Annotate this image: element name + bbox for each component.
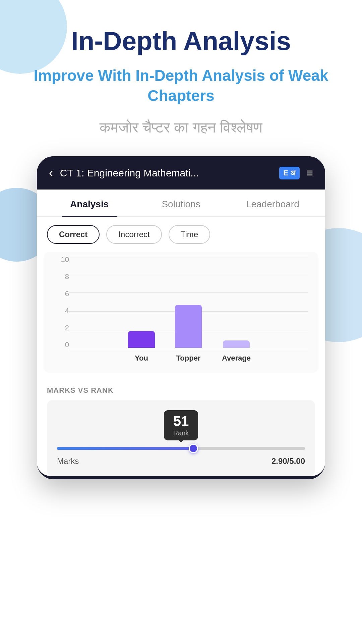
bar-topper-bar — [175, 305, 202, 348]
bar-you-bar — [128, 331, 155, 348]
bar-average-bar — [223, 340, 250, 348]
y-label-10: 10 — [54, 255, 69, 264]
y-label-0: 0 — [54, 340, 69, 349]
filter-incorrect[interactable]: Incorrect — [106, 225, 162, 244]
slider-fill — [57, 447, 193, 450]
rank-number: 51 — [173, 414, 189, 429]
tab-bar: Analysis Solutions Leaderboard — [37, 190, 325, 217]
chart-area: 0 2 4 6 8 10 — [44, 252, 318, 373]
tab-analysis[interactable]: Analysis — [44, 190, 135, 216]
bars-group: You Topper Average — [70, 269, 308, 363]
filter-time[interactable]: Time — [169, 225, 210, 244]
chart-container: 0 2 4 6 8 10 — [54, 255, 308, 363]
grid-line-100 — [69, 255, 308, 255]
y-label-8: 8 — [54, 272, 69, 281]
filter-buttons: Correct Incorrect Time — [37, 217, 325, 252]
back-button[interactable]: ‹ — [49, 166, 53, 180]
slider-thumb[interactable] — [189, 444, 198, 453]
tab-solutions[interactable]: Solutions — [135, 190, 227, 216]
y-label-4: 4 — [54, 307, 69, 315]
marks-rank-card: 51 Rank Marks 2.90/5.00 — [47, 400, 315, 476]
rank-tooltip-container: 51 Rank — [57, 410, 305, 440]
phone-body: Analysis Solutions Leaderboard Correct I… — [37, 190, 325, 476]
slider-container[interactable] — [57, 447, 305, 450]
slider-track — [57, 447, 305, 450]
y-axis: 0 2 4 6 8 10 — [54, 255, 69, 349]
rank-label: Rank — [173, 429, 189, 437]
phone-mockup: ‹ CT 1: Engineering Mathemati... E अ ≡ A… — [37, 156, 325, 479]
bar-you-label: You — [135, 354, 148, 363]
marks-label: Marks — [57, 457, 79, 466]
bar-you: You — [128, 331, 155, 363]
marks-rank-section: MARKS VS RANK 51 Rank — [37, 379, 325, 476]
menu-icon[interactable]: ≡ — [306, 166, 313, 179]
hindi-subtitle: कमजोर चैप्टर का गहन विश्लेषण — [20, 119, 342, 136]
header-icons: E अ ≡ — [279, 166, 313, 179]
rank-tooltip: 51 Rank — [164, 410, 198, 440]
y-label-2: 2 — [54, 324, 69, 332]
edu-icon: E अ — [279, 167, 300, 179]
tab-leaderboard[interactable]: Leaderboard — [227, 190, 318, 216]
page-main-title: In-Depth Analysis — [20, 0, 342, 56]
bar-average-label: Average — [222, 354, 251, 363]
marks-rank-title: MARKS VS RANK — [47, 386, 315, 395]
bar-topper-label: Topper — [176, 354, 201, 363]
header-title: CT 1: Engineering Mathemati... — [60, 167, 273, 179]
bar-topper: Topper — [175, 305, 202, 363]
marks-row: Marks 2.90/5.00 — [57, 457, 305, 466]
marks-value: 2.90/5.00 — [272, 457, 305, 466]
phone-header: ‹ CT 1: Engineering Mathemati... E अ ≡ — [37, 156, 325, 190]
bar-average: Average — [222, 340, 251, 363]
y-label-6: 6 — [54, 289, 69, 298]
page-subtitle: Improve With In-Depth Analysis of Weak C… — [20, 66, 342, 106]
filter-correct[interactable]: Correct — [47, 225, 100, 244]
